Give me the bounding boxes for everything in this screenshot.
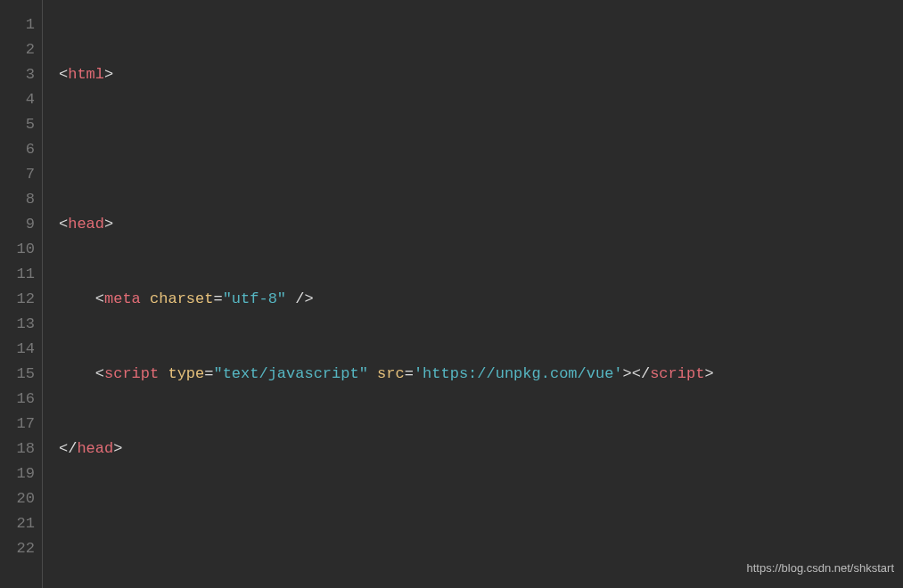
- line-number: 14: [0, 337, 35, 362]
- line-number: 10: [0, 237, 35, 262]
- line-number: 1: [0, 12, 35, 37]
- line-number: 12: [0, 287, 35, 312]
- line-number: 8: [0, 187, 35, 212]
- line-number: 17: [0, 412, 35, 437]
- line-number: 18: [0, 437, 35, 461]
- line-number: 9: [0, 212, 35, 237]
- code-line: [59, 511, 903, 536]
- line-number: 2: [0, 37, 35, 62]
- code-editor: 1 2 3 4 5 6 7 8 9 10 11 12 13 14 15 16 1…: [0, 0, 903, 588]
- line-number: 7: [0, 162, 35, 187]
- code-line: </head>: [59, 437, 903, 461]
- line-number: 21: [0, 511, 35, 536]
- line-number: 4: [0, 87, 35, 112]
- line-number-gutter: 1 2 3 4 5 6 7 8 9 10 11 12 13 14 15 16 1…: [0, 0, 43, 588]
- line-number: 16: [0, 387, 35, 412]
- code-line: <meta charset="utf-8" />: [59, 287, 903, 312]
- line-number: 13: [0, 312, 35, 337]
- line-number: 3: [0, 62, 35, 87]
- code-area[interactable]: <html> <head> <meta charset="utf-8" /> <…: [43, 0, 903, 588]
- code-line: [59, 137, 903, 162]
- line-number: 19: [0, 461, 35, 486]
- line-number: 15: [0, 362, 35, 387]
- line-number: 20: [0, 486, 35, 511]
- watermark-text: https://blog.csdn.net/shkstart: [747, 556, 894, 581]
- line-number: 11: [0, 262, 35, 287]
- code-line: <script type="text/javascript" src='http…: [59, 362, 903, 387]
- line-number: 22: [0, 536, 35, 561]
- code-line: <head>: [59, 212, 903, 237]
- line-number: 6: [0, 137, 35, 162]
- code-line: <html>: [59, 62, 903, 87]
- line-number: 5: [0, 112, 35, 137]
